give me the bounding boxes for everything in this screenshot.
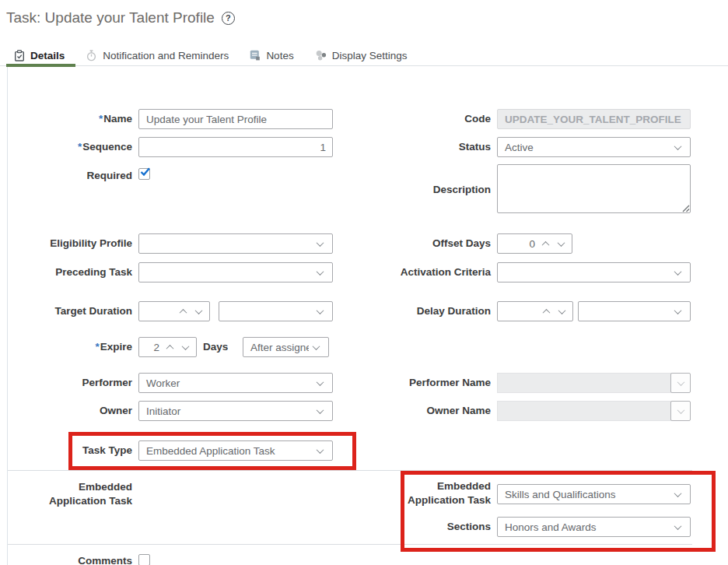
performer-name-input — [497, 373, 671, 393]
expire-days-label: Days — [203, 341, 234, 353]
preceding-task-select[interactable] — [138, 262, 333, 282]
caret-down-icon[interactable] — [558, 239, 565, 247]
target-duration-spinner[interactable] — [138, 301, 210, 321]
status-select[interactable]: Active — [497, 137, 691, 157]
caret-up-icon[interactable] — [543, 308, 551, 316]
required-checkbox[interactable] — [138, 168, 150, 180]
sequence-input[interactable]: 1 — [138, 137, 333, 157]
clipboard-check-icon — [14, 50, 25, 61]
caret-up-icon[interactable] — [542, 240, 550, 248]
caret-down-icon[interactable] — [195, 307, 203, 314]
delay-duration-label: Delay Duration — [374, 305, 491, 318]
chevron-down-icon — [317, 268, 324, 275]
owner-name-input — [497, 401, 671, 421]
embedded-application-task-section-label-line1: Embedded — [8, 481, 132, 493]
caret-up-icon[interactable] — [180, 308, 187, 316]
activation-criteria-label: Activation Criteria — [374, 266, 491, 279]
annotation-red-box-task-type — [68, 432, 356, 470]
tab-notes[interactable]: Notes — [250, 50, 293, 61]
comments-label: Comments — [8, 555, 132, 565]
performer-label: Performer — [8, 377, 132, 389]
caret-up-icon[interactable] — [166, 344, 174, 352]
description-label: Description — [374, 184, 491, 196]
people-dots-icon — [315, 50, 327, 61]
note-icon — [250, 50, 261, 61]
sequence-label: *Sequence — [8, 141, 132, 153]
caret-down-icon[interactable] — [558, 307, 566, 314]
chevron-down-icon — [677, 378, 684, 386]
embedded-application-task-section-label-line2: Application Task — [8, 495, 132, 507]
required-label: Required — [8, 170, 132, 182]
expire-spinner[interactable]: 2 — [138, 337, 197, 357]
chevron-down-icon — [674, 268, 682, 275]
comments-checkbox[interactable] — [138, 554, 150, 565]
chevron-down-icon — [317, 406, 324, 414]
name-label: *Name — [8, 113, 132, 125]
chevron-down-icon — [317, 239, 324, 247]
chevron-down-icon — [674, 142, 682, 150]
page-title-text: Task: Update your Talent Profile — [6, 9, 215, 26]
code-label: Code — [374, 113, 491, 125]
target-duration-unit-select[interactable] — [219, 301, 333, 321]
tab-notification-label: Notification and Reminders — [103, 50, 229, 61]
resize-grip-icon[interactable] — [681, 204, 690, 212]
preceding-task-label: Preceding Task — [8, 266, 132, 279]
check-icon — [140, 167, 151, 177]
target-duration-label: Target Duration — [8, 305, 132, 318]
chevron-down-icon — [677, 406, 684, 414]
expire-unit-select[interactable]: After assigne — [243, 337, 329, 357]
owner-select[interactable]: Initiator — [138, 401, 333, 421]
owner-label: Owner — [8, 405, 132, 417]
expire-label: *Expire — [8, 341, 132, 353]
page-title: Task: Update your Talent Profile ? — [6, 9, 235, 26]
chevron-down-icon — [317, 307, 324, 314]
performer-name-dropdown-button — [670, 373, 691, 393]
stopwatch-icon — [86, 50, 97, 61]
tab-notification-and-reminders[interactable]: Notification and Reminders — [86, 50, 229, 61]
eligibility-profile-select[interactable] — [138, 233, 333, 254]
tab-display-settings[interactable]: Display Settings — [315, 50, 408, 61]
performer-name-label: Performer Name — [374, 377, 491, 389]
eligibility-profile-label: Eligibility Profile — [8, 237, 132, 250]
description-textarea[interactable] — [497, 164, 691, 213]
activation-criteria-select[interactable] — [497, 262, 691, 282]
name-input[interactable]: Update your Talent Profile — [138, 109, 333, 129]
tab-bar: Details Notification and Reminders Notes — [14, 46, 407, 65]
chevron-down-icon — [674, 307, 682, 314]
delay-duration-spinner[interactable] — [497, 301, 573, 321]
owner-name-dropdown-button — [670, 401, 691, 421]
code-input: UPDATE_YOUR_TALENT_PROFILE — [497, 109, 691, 129]
delay-duration-unit-select[interactable] — [578, 301, 691, 321]
task-details-page: Task: Update your Talent Profile ? Detai… — [0, 0, 728, 565]
offset-days-label: Offset Days — [374, 237, 491, 250]
help-icon[interactable]: ? — [222, 12, 235, 25]
tab-details-label: Details — [30, 50, 65, 61]
annotation-red-box-embedded-sections — [401, 471, 716, 552]
tabbar-divider — [0, 65, 728, 66]
tab-details[interactable]: Details — [14, 50, 65, 61]
caret-down-icon[interactable] — [182, 342, 190, 350]
performer-select[interactable]: Worker — [138, 373, 333, 393]
active-tab-underline — [6, 64, 75, 67]
owner-name-label: Owner Name — [374, 405, 491, 417]
status-label: Status — [374, 141, 491, 153]
tab-display-settings-label: Display Settings — [332, 50, 408, 61]
chevron-down-icon — [313, 342, 320, 350]
offset-days-spinner[interactable]: 0 — [497, 233, 572, 254]
chevron-down-icon — [317, 378, 324, 386]
tab-notes-label: Notes — [266, 50, 293, 61]
